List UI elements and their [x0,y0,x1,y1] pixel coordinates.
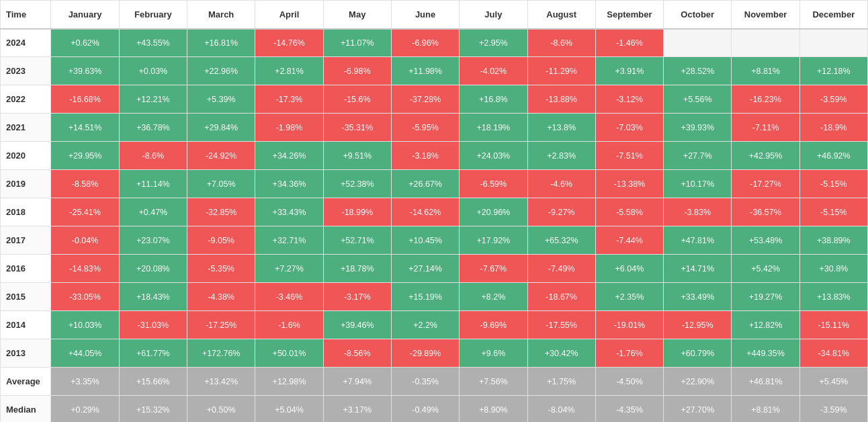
cell-2013-september: -1.76% [595,339,663,368]
row-2014: 2014+10.03%-31.03%-17.25%-1.6%+39.46%+2.… [1,311,868,339]
cell-2013-june: -29.89% [391,339,459,368]
cell-2020-september: -7.51% [595,142,663,170]
row-2016: 2016-14.83%+20.08%-5.35%+7.27%+18.78%+27… [1,255,868,283]
cell-2018-march: -32.85% [187,198,255,226]
cell-2020-march: -24.92% [187,142,255,170]
cell-2019-march: +7.05% [187,170,255,198]
cell-2021-august: +13.8% [527,114,595,142]
average-august: +1.75% [527,368,595,396]
cell-2014-august: -17.55% [527,311,595,339]
cell-2018-november: -36.57% [732,198,799,226]
month-header-september: September [595,1,663,29]
cell-2023-november: +8.81% [732,57,799,85]
cell-2018-september: -5.58% [595,198,663,226]
year-label-2018: 2018 [1,198,51,226]
cell-2022-july: +16.8% [460,85,527,114]
cell-2015-november: +19.27% [732,283,799,311]
cell-2018-may: -18.99% [323,198,391,226]
cell-2016-may: +18.78% [323,255,391,283]
month-header-august: August [527,1,595,29]
median-july: +8.90% [460,396,527,423]
year-label-2020: 2020 [1,142,51,170]
cell-2018-june: -14.62% [391,198,459,226]
average-december: +5.45% [799,368,867,396]
month-header-february: February [119,1,187,29]
average-june: -0.35% [391,368,459,396]
cell-2014-november: +12.82% [732,311,799,339]
month-header-july: July [460,1,527,29]
cell-2017-july: +17.92% [460,226,527,255]
cell-2017-december: +38.89% [799,226,867,255]
cell-2023-april: +2.81% [255,57,323,85]
row-2017: 2017-0.04%+23.07%-9.05%+32.71%+52.71%+10… [1,226,868,255]
cell-2022-november: -16.23% [732,85,799,114]
cell-2015-may: -3.17% [323,283,391,311]
cell-2015-april: -3.46% [255,283,323,311]
cell-2022-may: -15.6% [323,85,391,114]
cell-2013-february: +61.77% [119,339,187,368]
cell-2024-march: +16.81% [187,29,255,57]
median-november: +8.81% [732,396,799,423]
row-2024: 2024+0.62%+43.55%+16.81%-14.76%+11.07%-6… [1,29,868,57]
year-label-2021: 2021 [1,114,51,142]
cell-2020-august: +2.83% [527,142,595,170]
cell-2016-february: +20.08% [119,255,187,283]
cell-2016-july: -7.67% [460,255,527,283]
cell-2014-july: -9.69% [460,311,527,339]
cell-2019-may: +52.38% [323,170,391,198]
cell-2019-december: -5.15% [799,170,867,198]
cell-2023-january: +39.63% [51,57,119,85]
cell-2021-july: +18.19% [460,114,527,142]
cell-2015-march: -4.38% [187,283,255,311]
median-row: Median+0.29%+15.32%+0.50%+5.04%+3.17%-0.… [1,396,868,423]
time-header: Time [1,1,51,29]
month-header-november: November [732,1,799,29]
cell-2020-february: -8.6% [119,142,187,170]
median-june: -0.49% [391,396,459,423]
cell-2015-december: +13.83% [799,283,867,311]
row-2023: 2023+39.63%+0.03%+22.96%+2.81%-6.98%+11.… [1,57,868,85]
cell-2024-january: +0.62% [51,29,119,57]
cell-2016-october: +14.71% [664,255,732,283]
cell-2019-july: -6.59% [460,170,527,198]
cell-2019-january: -8.58% [51,170,119,198]
median-august: -8.04% [527,396,595,423]
average-april: +12.98% [255,368,323,396]
row-2013: 2013+44.05%+61.77%+172.76%+50.01%-8.56%-… [1,339,868,368]
average-july: +7.56% [460,368,527,396]
month-header-october: October [664,1,732,29]
median-october: +27.70% [664,396,732,423]
cell-2022-march: +5.39% [187,85,255,114]
cell-2024-september: -1.46% [595,29,663,57]
cell-2014-september: -19.01% [595,311,663,339]
cell-2017-october: +47.81% [664,226,732,255]
cell-2017-november: +53.48% [732,226,799,255]
cell-2024-july: +2.95% [460,29,527,57]
cell-2016-september: +6.04% [595,255,663,283]
cell-2015-june: +15.19% [391,283,459,311]
row-2018: 2018-25.41%+0.47%-32.85%+33.43%-18.99%-1… [1,198,868,226]
cell-2017-august: +65.32% [527,226,595,255]
cell-2020-october: +27.7% [664,142,732,170]
year-label-2023: 2023 [1,57,51,85]
average-march: +13.42% [187,368,255,396]
cell-2024-may: +11.07% [323,29,391,57]
cell-2013-january: +44.05% [51,339,119,368]
cell-2014-march: -17.25% [187,311,255,339]
cell-2013-october: +60.79% [664,339,732,368]
cell-2024-october [664,29,732,57]
cell-2013-april: +50.01% [255,339,323,368]
cell-2020-november: +42.95% [732,142,799,170]
table-header: TimeJanuaryFebruaryMarchAprilMayJuneJuly… [1,1,868,29]
median-january: +0.29% [51,396,119,423]
cell-2023-september: +3.91% [595,57,663,85]
cell-2022-august: -13.88% [527,85,595,114]
cell-2022-february: +12.21% [119,85,187,114]
data-table[interactable]: TimeJanuaryFebruaryMarchAprilMayJuneJuly… [0,0,868,422]
cell-2019-august: -4.6% [527,170,595,198]
year-label-2015: 2015 [1,283,51,311]
row-2015: 2015-33.05%+18.43%-4.38%-3.46%-3.17%+15.… [1,283,868,311]
cell-2024-december [799,29,867,57]
cell-2022-june: -37.28% [391,85,459,114]
month-header-april: April [255,1,323,29]
